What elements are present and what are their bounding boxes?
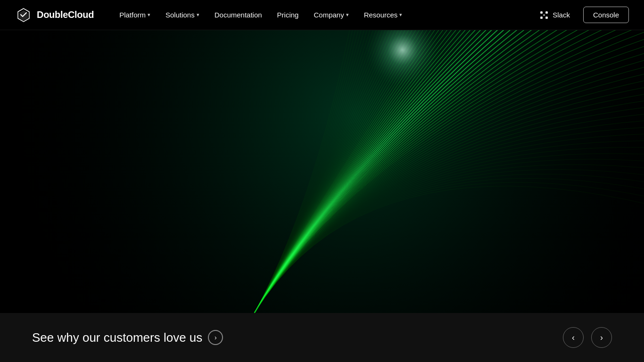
- logo-text: DoubleCloud: [37, 9, 94, 20]
- hero-section: [0, 30, 644, 313]
- chevron-down-icon: ▾: [346, 12, 349, 18]
- nav-item-platform[interactable]: Platform ▾: [113, 7, 157, 23]
- chevron-down-icon: ▾: [197, 12, 199, 18]
- logo-icon: [15, 7, 32, 24]
- nav-item-company[interactable]: Company ▾: [307, 7, 355, 23]
- svg-point-4: [543, 14, 545, 16]
- next-icon: ›: [600, 333, 603, 343]
- svg-rect-2: [540, 16, 543, 19]
- logo-link[interactable]: DoubleCloud: [15, 7, 94, 24]
- nav-item-pricing[interactable]: Pricing: [271, 7, 305, 23]
- nav-links: Platform ▾ Solutions ▾ Documentation Pri…: [113, 7, 534, 23]
- nav-item-documentation[interactable]: Documentation: [208, 7, 269, 23]
- carousel-controls: ‹ ›: [563, 327, 612, 348]
- nav-item-solutions[interactable]: Solutions ▾: [159, 7, 206, 23]
- console-button[interactable]: Console: [583, 7, 629, 23]
- svg-rect-1: [545, 11, 548, 14]
- nav-item-resources[interactable]: Resources ▾: [357, 7, 409, 23]
- customers-cta-link[interactable]: See why our customers love us ›: [32, 330, 223, 345]
- chevron-down-icon: ▾: [399, 12, 402, 18]
- nav-right: Slack Console: [534, 7, 629, 24]
- prev-icon: ‹: [572, 333, 575, 343]
- prev-button[interactable]: ‹: [563, 327, 584, 348]
- navbar: DoubleCloud Platform ▾ Solutions ▾ Docum…: [0, 0, 644, 30]
- slack-icon: [539, 10, 549, 20]
- svg-rect-3: [545, 16, 548, 19]
- slack-link[interactable]: Slack: [534, 7, 576, 24]
- svg-rect-0: [540, 11, 543, 14]
- bottom-section: See why our customers love us › ‹ ›: [0, 313, 644, 362]
- next-button[interactable]: ›: [591, 327, 612, 348]
- chevron-down-icon: ▾: [148, 12, 150, 18]
- hero-canvas: [0, 30, 644, 313]
- cta-chevron-icon: ›: [208, 330, 223, 345]
- customers-cta-text: See why our customers love us: [32, 330, 202, 345]
